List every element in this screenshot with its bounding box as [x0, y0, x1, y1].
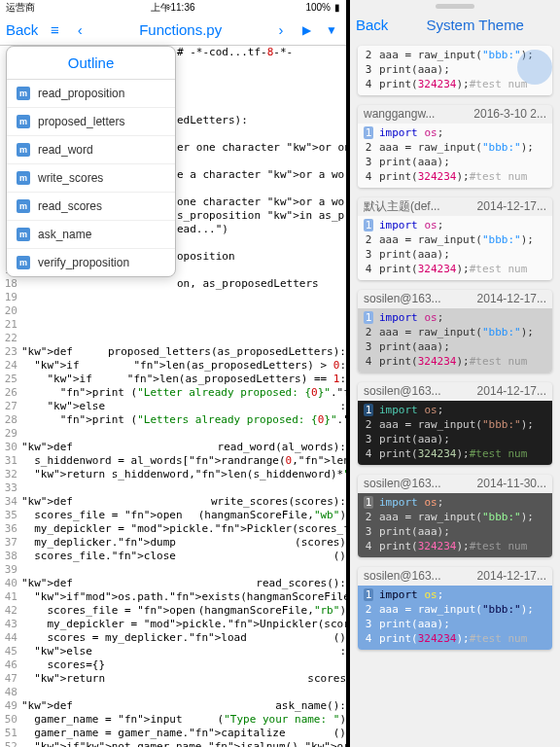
theme-card-header: sosilen@163...2014-12-17...: [358, 382, 552, 401]
theme-card-header: sosilen@163...2014-12-17...: [358, 290, 552, 308]
theme-card-header: 默认主题(def...2014-12-17...: [358, 197, 552, 216]
outline-icon[interactable]: ≡: [46, 21, 63, 38]
outline-item-label: ask_name: [38, 228, 91, 241]
theme-card[interactable]: sosilen@163...2014-12-17...1import os;2a…: [358, 290, 552, 373]
method-badge: m: [17, 115, 30, 128]
battery-icon: ▮: [334, 2, 340, 13]
theme-card[interactable]: sosilen@163...2014-12-17...1import os;2a…: [358, 382, 552, 465]
outline-item-label: read_word: [38, 143, 93, 157]
theme-card-header: sosilen@163...2014-12-17...: [358, 567, 552, 586]
theme-card[interactable]: sosilen@163...2014-11-30...1import os;2a…: [358, 475, 552, 557]
method-badge: m: [17, 87, 30, 100]
prev-icon[interactable]: ‹: [71, 21, 88, 38]
theme-card[interactable]: wanggangw...2016-3-10 2...1import os;2aa…: [358, 105, 552, 188]
outline-item-label: proposed_letters: [38, 115, 124, 128]
method-badge: m: [17, 143, 30, 157]
theme-card[interactable]: sosilen@163...2014-12-17...1import os;2a…: [358, 567, 552, 650]
theme-title: System Theme: [396, 17, 554, 33]
theme-pane: Back System Theme 2aaa = raw_input("bbb:…: [350, 0, 560, 747]
method-badge: m: [17, 228, 30, 241]
outline-item-label: read_scores: [38, 199, 102, 213]
battery-label: 100%: [305, 2, 331, 13]
app-root: 运营商 ᯤ 上午11:36 100%▮ Back ≡ ‹ Functions.p…: [0, 0, 560, 747]
outline-item[interactable]: mask_name: [7, 221, 175, 249]
outline-item[interactable]: mread_proposition: [7, 80, 175, 108]
method-badge: m: [17, 171, 30, 185]
dropdown-icon[interactable]: ▼: [323, 23, 340, 37]
outline-item[interactable]: mread_word: [7, 136, 175, 164]
theme-list[interactable]: 2aaa = raw_input("bbb:");3print(aaa);4pr…: [350, 40, 560, 747]
outline-item[interactable]: mproposed_letters: [7, 108, 175, 136]
filename-label[interactable]: Functions.py: [96, 21, 264, 38]
outline-item-label: verify_proposition: [38, 256, 129, 269]
editor-pane: 运营商 ᯤ 上午11:36 100%▮ Back ≡ ‹ Functions.p…: [0, 0, 350, 747]
next-icon[interactable]: ›: [272, 21, 290, 38]
theme-card-header: wanggangw...2016-3-10 2...: [358, 105, 552, 124]
editor-toolbar: Back ≡ ‹ Functions.py › ▶ ▼: [0, 15, 346, 46]
outline-title: Outline: [7, 47, 175, 80]
theme-card[interactable]: 默认主题(def...2014-12-17...1import os;2aaa …: [358, 197, 552, 280]
theme-back-button[interactable]: Back: [356, 17, 388, 33]
outline-item[interactable]: mverify_proposition: [7, 249, 175, 276]
assist-bubble[interactable]: [517, 50, 552, 85]
theme-toolbar: Back System Theme: [350, 9, 560, 40]
outline-item-label: read_proposition: [38, 87, 124, 100]
outline-popup: Outline mread_propositionmproposed_lette…: [6, 46, 176, 277]
back-button[interactable]: Back: [6, 21, 38, 38]
outline-item[interactable]: mwrite_scores: [7, 164, 175, 193]
theme-card-header: sosilen@163...2014-11-30...: [358, 475, 552, 493]
outline-item[interactable]: mread_scores: [7, 193, 175, 221]
run-icon[interactable]: ▶: [298, 23, 315, 37]
clock: 上午11:36: [151, 1, 194, 15]
method-badge: m: [17, 256, 30, 269]
status-bar: 运营商 ᯤ 上午11:36 100%▮: [0, 0, 346, 15]
method-badge: m: [17, 199, 30, 213]
outline-item-label: write_scores: [38, 171, 103, 185]
carrier-label: 运营商: [6, 1, 35, 15]
